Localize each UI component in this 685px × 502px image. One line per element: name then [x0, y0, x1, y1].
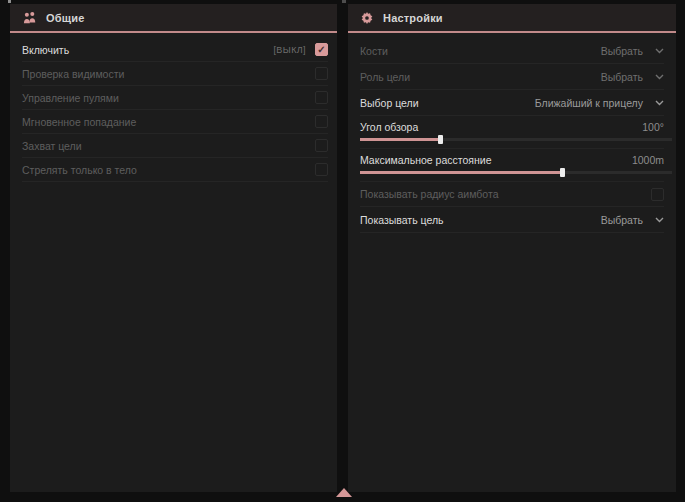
setting-label: Показывать цель	[360, 214, 444, 226]
gear-icon	[360, 11, 374, 25]
settings-panel-header[interactable]: Настройки	[348, 4, 676, 31]
setting-row-bullet-control: Управление пулями	[22, 86, 328, 110]
show-target-dropdown[interactable]: Выбрать	[601, 214, 664, 226]
setting-label: Мгновенное попадание	[22, 116, 136, 128]
slider-fill	[360, 171, 563, 174]
setting-row-visibility-check: Проверка видимости	[22, 62, 328, 86]
target-selection-dropdown[interactable]: Ближайший к прицелу	[535, 97, 664, 109]
setting-label: Выбор цели	[360, 97, 419, 109]
setting-row-target-selection: Выбор цели Ближайший к прицелу	[360, 90, 664, 116]
body-only-checkbox[interactable]	[315, 163, 328, 176]
setting-row-show-target: Показывать цель Выбрать	[360, 207, 664, 233]
people-icon	[22, 11, 37, 25]
dropdown-value: Выбрать	[601, 71, 643, 83]
general-panel: Общие Включить [ВЫКЛ] ✓ Проверка видимос…	[10, 4, 337, 492]
bones-dropdown[interactable]: Выбрать	[601, 45, 664, 57]
setting-row-show-radius: Показывать радиус аимбота	[360, 182, 664, 207]
target-lock-checkbox[interactable]	[315, 139, 328, 152]
setting-row-instant-hit: Мгновенное попадание	[22, 110, 328, 134]
slider-value: 100°	[642, 121, 664, 133]
dropdown-value: Ближайший к прицелу	[535, 97, 643, 109]
setting-row-body-only: Стрелять только в тело	[22, 158, 328, 182]
bullet-control-checkbox[interactable]	[315, 91, 328, 104]
general-panel-body: Включить [ВЫКЛ] ✓ Проверка видимости Упр…	[10, 33, 337, 182]
setting-label: Угол обзора	[360, 121, 418, 133]
triangle-up-icon[interactable]	[336, 488, 352, 497]
slider-fill	[360, 138, 441, 141]
setting-label: Максимальное расстояние	[360, 154, 491, 166]
fov-slider[interactable]	[360, 138, 672, 141]
setting-row-target-lock: Захват цели	[22, 134, 328, 158]
setting-row-target-role: Роль цели Выбрать	[360, 64, 664, 90]
enable-checkbox[interactable]: ✓	[315, 43, 328, 56]
visibility-check-checkbox[interactable]	[315, 67, 328, 80]
settings-panel: Настройки Кости Выбрать Роль цели Выбрат…	[348, 4, 676, 492]
hotkey-binding: [ВЫКЛ]	[273, 45, 306, 55]
setting-row-max-distance: Максимальное расстояние 1000m	[360, 149, 664, 182]
chevron-down-icon	[655, 217, 664, 223]
slider-handle[interactable]	[560, 168, 565, 177]
setting-row-fov: Угол обзора 100°	[360, 116, 664, 149]
setting-row-bones: Кости Выбрать	[360, 38, 664, 64]
setting-row-enable: Включить [ВЫКЛ] ✓	[22, 38, 328, 62]
slider-handle[interactable]	[438, 135, 443, 144]
slider-value: 1000m	[632, 154, 664, 166]
setting-label: Включить	[22, 44, 69, 56]
setting-label: Показывать радиус аимбота	[360, 188, 499, 200]
setting-label: Управление пулями	[22, 92, 119, 104]
setting-label: Захват цели	[22, 140, 82, 152]
window-edge-tick	[8, 0, 11, 3]
instant-hit-checkbox[interactable]	[315, 115, 328, 128]
chevron-down-icon	[655, 48, 664, 54]
panel-title: Настройки	[383, 12, 443, 24]
check-icon: ✓	[317, 45, 325, 55]
settings-panel-body: Кости Выбрать Роль цели Выбрать Выбор це…	[348, 33, 676, 233]
general-panel-header[interactable]: Общие	[10, 4, 337, 31]
panel-title: Общие	[46, 12, 85, 24]
setting-label: Роль цели	[360, 71, 410, 83]
setting-label: Стрелять только в тело	[22, 164, 137, 176]
target-role-dropdown[interactable]: Выбрать	[601, 71, 664, 83]
setting-label: Проверка видимости	[22, 68, 124, 80]
window-edge-tick	[342, 0, 346, 3]
dropdown-value: Выбрать	[601, 45, 643, 57]
setting-label: Кости	[360, 45, 388, 57]
show-radius-checkbox[interactable]	[651, 188, 664, 201]
chevron-down-icon	[655, 100, 664, 106]
max-distance-slider[interactable]	[360, 171, 672, 174]
chevron-down-icon	[655, 74, 664, 80]
dropdown-value: Выбрать	[601, 214, 643, 226]
